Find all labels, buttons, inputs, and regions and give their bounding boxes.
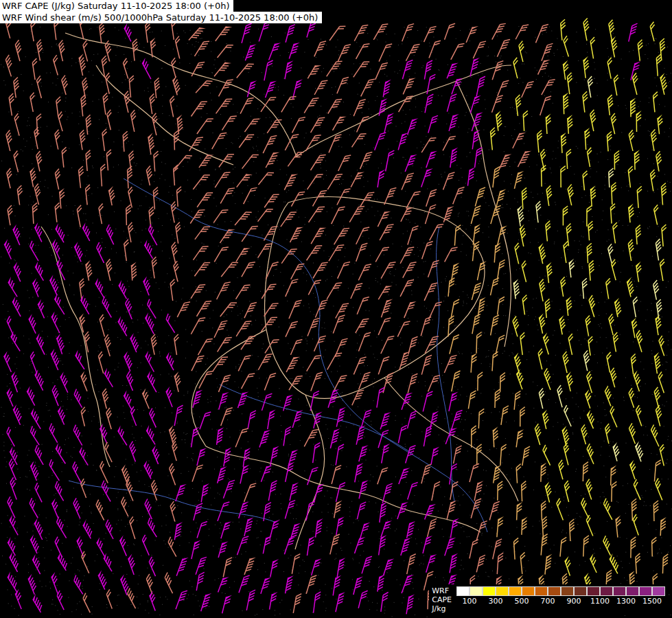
map-title-bar: WRF CAPE (J/kg) Saturday 11-10-2025 18:0… xyxy=(0,0,322,23)
wind-barb xyxy=(174,371,183,392)
wind-barb xyxy=(445,536,456,557)
wind-barb xyxy=(3,351,16,372)
wind-barb xyxy=(80,95,87,116)
wind-barb xyxy=(98,203,106,224)
wind-barb xyxy=(406,444,416,465)
wind-barb xyxy=(496,111,503,130)
wind-barb xyxy=(283,426,291,446)
wind-barb xyxy=(152,113,161,135)
wind-barb xyxy=(492,21,506,42)
wind-barb xyxy=(10,371,22,392)
wind-barb xyxy=(381,334,395,356)
wind-barb xyxy=(362,555,372,575)
wind-barb xyxy=(450,463,457,485)
wind-barb xyxy=(285,499,295,520)
wind-barb xyxy=(378,573,385,592)
wind-barb xyxy=(51,385,62,406)
wind-barb xyxy=(380,411,391,431)
wind-barb xyxy=(657,115,664,135)
wind-barb xyxy=(408,481,418,501)
wind-barb xyxy=(239,500,249,520)
wind-barb xyxy=(191,99,207,119)
wind-barb xyxy=(588,336,595,356)
wind-barb xyxy=(128,516,139,538)
legend-tick-label: 900 xyxy=(567,597,581,606)
wind-barb xyxy=(266,79,277,100)
wind-barb xyxy=(378,466,388,486)
wind-barb xyxy=(402,172,414,192)
legend-tick-label: 1500 xyxy=(642,597,662,606)
wind-barb xyxy=(472,426,476,448)
wind-barb xyxy=(493,166,500,188)
wind-barb xyxy=(378,355,389,376)
wind-barb xyxy=(358,590,368,610)
wind-barb xyxy=(197,190,213,210)
wind-barb xyxy=(145,425,160,444)
wind-barb xyxy=(562,405,575,426)
wind-barb xyxy=(467,167,475,187)
wind-barb xyxy=(7,205,15,225)
wind-barb xyxy=(289,374,303,392)
wind-barb xyxy=(515,23,529,42)
wind-barb xyxy=(78,446,92,466)
wind-barb xyxy=(51,499,63,518)
wind-barb xyxy=(131,262,137,280)
wind-barb xyxy=(224,447,232,468)
wind-barb xyxy=(165,387,177,407)
wind-barb xyxy=(607,95,614,115)
wind-barb xyxy=(6,168,15,188)
wind-barb xyxy=(34,483,47,502)
legend-swatch xyxy=(587,586,600,596)
legend-swatch xyxy=(652,586,665,596)
wind-barb xyxy=(177,300,190,319)
wind-barb xyxy=(424,60,432,80)
wind-barb xyxy=(307,172,323,192)
wind-barb xyxy=(472,313,480,334)
wind-barb xyxy=(174,36,184,59)
wind-barb xyxy=(445,22,455,41)
wind-barb xyxy=(589,553,601,573)
wind-barb xyxy=(126,371,137,391)
wind-barb xyxy=(235,282,250,301)
wind-barb xyxy=(563,443,572,466)
wind-barb xyxy=(192,60,205,78)
wind-barb xyxy=(590,37,598,58)
wind-barb xyxy=(660,517,667,536)
wind-barb xyxy=(288,150,303,170)
wind-barb xyxy=(242,152,259,171)
wind-barb xyxy=(566,224,574,247)
legend-title-line: WRF xyxy=(432,586,452,595)
wind-barb xyxy=(445,426,457,446)
wind-barb xyxy=(359,479,369,499)
wind-barb xyxy=(314,39,326,58)
wind-barb xyxy=(218,335,232,354)
wind-barb xyxy=(632,479,645,500)
wind-barb xyxy=(239,132,254,150)
wind-barb xyxy=(329,23,345,43)
wind-barb xyxy=(384,557,395,577)
wind-barb xyxy=(215,170,230,190)
wind-barb xyxy=(514,243,523,264)
wind-barb xyxy=(264,60,273,82)
wind-barb xyxy=(119,574,132,595)
legend-tick-label: 100 xyxy=(463,597,477,606)
wind-barb xyxy=(562,36,572,56)
wind-barb xyxy=(567,115,573,134)
wind-barb xyxy=(327,172,343,192)
wind-barb xyxy=(563,206,568,225)
wind-barb xyxy=(375,245,389,264)
wind-barb xyxy=(292,115,305,135)
wind-barb xyxy=(76,205,85,227)
wind-barb xyxy=(243,447,251,468)
wind-barb xyxy=(397,501,408,521)
wind-barb xyxy=(448,277,454,297)
wind-barb xyxy=(432,481,440,501)
wind-barb xyxy=(122,390,137,410)
wind-barb xyxy=(119,497,132,517)
legend-swatch xyxy=(600,586,613,596)
wind-barb xyxy=(474,480,483,502)
wind-barb xyxy=(173,261,183,282)
wind-barb xyxy=(221,520,231,540)
wind-barb xyxy=(556,385,566,407)
wind-barb xyxy=(662,554,668,574)
